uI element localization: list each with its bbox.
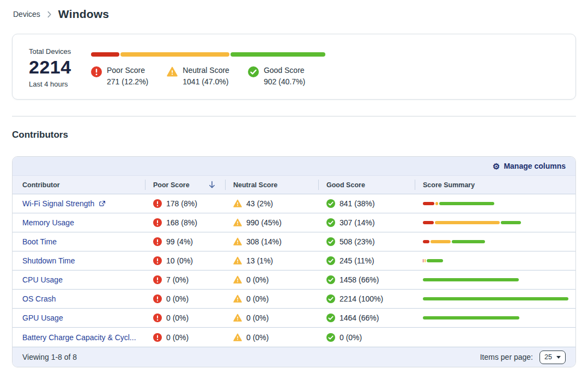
contributor-link[interactable]: Battery Charge Capacity & Cycl... bbox=[22, 333, 136, 342]
good-score-icon bbox=[326, 275, 335, 284]
poor-score-header-label: Poor Score bbox=[153, 181, 190, 189]
items-per-page-select[interactable]: 25 bbox=[539, 351, 566, 364]
external-link-icon[interactable] bbox=[99, 200, 106, 207]
breadcrumb-devices-link[interactable]: Devices bbox=[13, 10, 40, 19]
score-bar-segment-good bbox=[423, 278, 519, 281]
poor-score-label: Poor Score bbox=[107, 66, 148, 75]
table-header-row: Contributor Poor Score Neutral Score Goo… bbox=[13, 176, 575, 194]
good-score-icon bbox=[326, 218, 335, 227]
table-row: Shutdown Time 10 (0%) 13 (1%) 2 bbox=[13, 251, 575, 271]
good-score-value: 902 (40.7%) bbox=[264, 77, 305, 86]
table-row: GPU Usage 0 (0%) 0 (0%) 1464 (6 bbox=[13, 309, 575, 328]
contributor-link[interactable]: Shutdown Time bbox=[22, 256, 75, 265]
neutral-score-value: 1041 (47.0%) bbox=[183, 77, 229, 86]
column-header-score-summary[interactable]: Score Summary bbox=[415, 176, 575, 194]
total-devices-label: Total Devices bbox=[29, 47, 91, 56]
table-toolbar: ⚙ Manage columns bbox=[13, 157, 575, 176]
neutral-score-icon bbox=[233, 199, 242, 208]
page-title: Windows bbox=[58, 8, 109, 21]
good-score-cell-value: 841 (38%) bbox=[340, 199, 375, 208]
score-bar-segment-poor bbox=[423, 240, 429, 243]
table-row: OS Crash 0 (0%) 0 (0%) 2214 (10 bbox=[13, 290, 575, 309]
gear-icon: ⚙ bbox=[493, 162, 500, 170]
neutral-score-icon bbox=[167, 66, 178, 77]
poor-score-cell-value: 0 (0%) bbox=[166, 294, 189, 303]
contributor-link[interactable]: OS Crash bbox=[22, 294, 56, 303]
summary-bar-segment-poor bbox=[91, 52, 119, 57]
poor-score-cell-value: 178 (8%) bbox=[166, 199, 197, 208]
score-summary-bar bbox=[423, 202, 494, 205]
manage-columns-button[interactable]: ⚙ Manage columns bbox=[493, 162, 566, 170]
legend-poor-score: Poor Score 271 (12.2%) bbox=[91, 66, 148, 86]
score-bar-segment-poor bbox=[423, 259, 423, 262]
contributors-heading: Contributors bbox=[12, 130, 588, 140]
table-row: CPU Usage 7 (0%) 0 (0%) 1458 (6 bbox=[13, 271, 575, 290]
total-devices-value: 2214 bbox=[29, 57, 91, 78]
neutral-score-cell-value: 990 (45%) bbox=[246, 218, 282, 227]
contributor-link[interactable]: CPU Usage bbox=[22, 275, 63, 284]
neutral-score-icon bbox=[233, 275, 242, 284]
score-bar-segment-poor bbox=[423, 221, 434, 224]
poor-score-cell-value: 168 (8%) bbox=[166, 218, 197, 227]
poor-score-icon bbox=[153, 333, 162, 342]
score-bar-segment-good bbox=[423, 297, 568, 300]
neutral-score-icon bbox=[233, 314, 242, 322]
summary-bar-segment-good bbox=[231, 52, 325, 57]
neutral-score-icon bbox=[233, 256, 242, 265]
time-period-label: Last 4 hours bbox=[29, 80, 91, 88]
poor-score-cell-value: 0 (0%) bbox=[166, 314, 189, 322]
contributor-link[interactable]: GPU Usage bbox=[22, 314, 63, 322]
poor-score-icon bbox=[153, 199, 162, 208]
poor-score-cell-value: 10 (0%) bbox=[166, 256, 193, 265]
column-header-neutral-score[interactable]: Neutral Score bbox=[225, 176, 318, 194]
good-score-icon bbox=[326, 199, 335, 208]
chevron-right-icon bbox=[46, 11, 53, 18]
score-summary-bar bbox=[423, 221, 521, 224]
good-score-icon bbox=[326, 256, 335, 265]
good-score-cell-value: 2214 (100%) bbox=[340, 294, 383, 303]
poor-score-value: 271 (12.2%) bbox=[107, 77, 148, 86]
column-header-good-score[interactable]: Good Score bbox=[318, 176, 415, 194]
good-score-icon bbox=[326, 237, 335, 246]
score-bar-segment-good bbox=[501, 221, 521, 224]
total-devices-card: Total Devices 2214 Last 4 hours Poor Sco… bbox=[12, 34, 576, 100]
table-row: Battery Charge Capacity & Cycl... 0 (0%)… bbox=[13, 328, 575, 347]
score-bar-segment-good bbox=[452, 240, 485, 243]
neutral-score-icon bbox=[233, 333, 242, 342]
viewing-range-label: Viewing 1-8 of 8 bbox=[22, 353, 77, 361]
table-footer: Viewing 1-8 of 8 Items per page: 25 bbox=[13, 347, 575, 367]
contributors-table: ⚙ Manage columns Contributor Poor Score … bbox=[12, 156, 576, 367]
poor-score-cell-value: 0 (0%) bbox=[166, 333, 189, 342]
score-bar-segment-good bbox=[427, 259, 443, 262]
column-header-poor-score[interactable]: Poor Score bbox=[145, 176, 225, 194]
neutral-score-cell-value: 43 (2%) bbox=[246, 199, 273, 208]
score-bar-segment-poor bbox=[423, 202, 434, 205]
neutral-score-cell-value: 0 (0%) bbox=[246, 294, 269, 303]
good-score-label: Good Score bbox=[264, 66, 305, 75]
poor-score-icon bbox=[153, 256, 162, 265]
items-per-page-value: 25 bbox=[544, 353, 552, 361]
neutral-score-icon bbox=[233, 294, 242, 303]
score-bar-segment-good bbox=[439, 202, 494, 205]
summary-stacked-bar bbox=[91, 52, 325, 57]
contributor-link[interactable]: Boot Time bbox=[22, 237, 57, 246]
items-per-page: Items per page: 25 bbox=[480, 351, 566, 364]
poor-score-icon bbox=[91, 66, 102, 77]
neutral-score-cell-value: 0 (0%) bbox=[246, 333, 269, 342]
score-summary-bar bbox=[423, 297, 568, 300]
poor-score-cell-value: 99 (4%) bbox=[166, 237, 193, 246]
neutral-score-cell-value: 308 (14%) bbox=[246, 237, 282, 246]
column-header-contributor[interactable]: Contributor bbox=[13, 176, 145, 194]
poor-score-icon bbox=[153, 237, 162, 246]
items-per-page-label: Items per page: bbox=[480, 353, 533, 361]
contributor-link[interactable]: Memory Usage bbox=[22, 218, 74, 227]
score-summary-bar bbox=[423, 240, 485, 243]
score-bar-segment-neutral bbox=[425, 259, 426, 262]
section-divider bbox=[12, 116, 576, 116]
summary-bar-segment-neutral bbox=[120, 52, 229, 57]
contributor-link[interactable]: Wi-Fi Signal Strength bbox=[22, 199, 94, 208]
sort-descending-icon[interactable] bbox=[208, 180, 216, 189]
good-score-cell-value: 0 (0%) bbox=[340, 333, 362, 342]
poor-score-icon bbox=[153, 314, 162, 322]
table-row: Memory Usage 168 (8%) 990 (45%) bbox=[13, 213, 575, 232]
